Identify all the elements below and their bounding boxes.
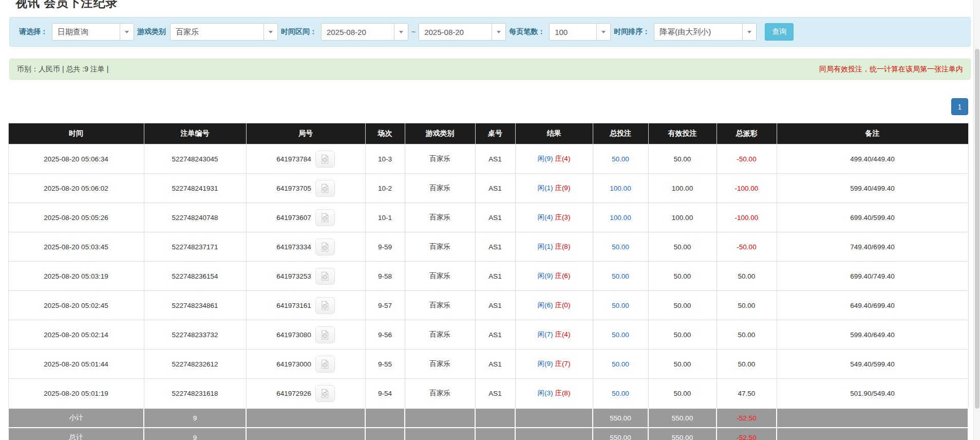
cell-total-bet[interactable]: 50.00: [593, 379, 648, 409]
video-replay-button[interactable]: [315, 326, 335, 343]
video-replay-button[interactable]: [315, 297, 335, 314]
video-replay-button[interactable]: [315, 268, 335, 285]
cell-table-no: AS1: [475, 262, 515, 291]
table-row: 2025-08-20 05:05:26 522748240748 6419736…: [8, 203, 968, 232]
cell-session: 10-1: [365, 203, 405, 232]
round-id-text: 641973334: [276, 243, 311, 251]
cell-session: 9-54: [365, 379, 405, 409]
cell-bet-id: 522748231618: [144, 379, 246, 409]
search-button[interactable]: 查询: [765, 23, 794, 41]
summary-empty-cell: [246, 428, 365, 440]
pagination: 1: [0, 98, 968, 115]
cell-game-type: 百家乐: [405, 320, 475, 350]
cell-bet-id: 522748233732: [144, 320, 246, 350]
cell-total-bet[interactable]: 100.00: [593, 174, 648, 203]
date-to-value: 2025-08-20: [419, 24, 492, 40]
cell-payout: 50.00: [717, 350, 777, 379]
cell-valid-bet: 50.00: [648, 350, 717, 379]
cell-remark: 699.40/599.40: [777, 203, 968, 232]
round-id-text: 641973784: [276, 155, 311, 163]
video-replay-button[interactable]: [315, 151, 335, 168]
round-id-text: 641973705: [276, 185, 311, 192]
summary-empty-cell: [515, 428, 593, 440]
result-player: 闲(9): [538, 155, 553, 162]
per-page-caret-box: [596, 24, 610, 40]
time-sort-select[interactable]: 降幂(由大到小): [654, 23, 757, 41]
cell-payout: -100.00: [717, 203, 777, 232]
cell-payout: 50.00: [717, 320, 777, 350]
cell-bet-id: 522748240748: [144, 203, 246, 232]
header-payout: 总派彩: [717, 123, 777, 144]
cell-result: 闲(4) 庄(3): [515, 203, 593, 232]
cell-valid-bet: 50.00: [648, 291, 717, 320]
table-row: 2025-08-20 05:06:34 522748243045 6419737…: [8, 144, 968, 174]
scrollbar-thumb[interactable]: [975, 49, 979, 409]
video-replay-button[interactable]: [315, 385, 335, 402]
cell-payout: -100.00: [717, 174, 777, 203]
per-page-select[interactable]: 100: [549, 23, 611, 41]
video-replay-button[interactable]: [315, 356, 335, 373]
cell-remark: 549.40/599.40: [777, 350, 968, 379]
cell-total-bet[interactable]: 50.00: [593, 291, 648, 320]
header-game-type: 游戏类别: [405, 123, 475, 144]
subtotal-label: 小计: [8, 408, 144, 428]
table-row: 2025-08-20 05:03:19 522748236154 6419732…: [8, 262, 968, 291]
date-range-tilde: ~: [411, 28, 416, 36]
cell-time: 2025-08-20 05:01:44: [8, 350, 144, 379]
result-player: 闲(6): [538, 301, 553, 309]
cell-payout: -50.00: [717, 232, 777, 262]
cell-bet-id: 522748236154: [144, 262, 246, 291]
date-to-picker[interactable]: 2025-08-20: [419, 23, 506, 41]
cell-total-bet[interactable]: 50.00: [593, 320, 648, 350]
round-id-text: 641972926: [276, 390, 311, 397]
summary-empty-cell: [475, 428, 515, 440]
cell-result: 闲(9) 庄(4): [515, 144, 593, 174]
game-type-select[interactable]: 百家乐: [170, 23, 278, 41]
info-bar: 币别：人民币 | 总共 :9 注单 | 同局有效投注，统一计算在该局第一张注单内: [9, 59, 971, 80]
query-mode-select[interactable]: 日期查询: [52, 23, 134, 41]
cell-time: 2025-08-20 05:02:45: [8, 291, 144, 320]
video-file-icon: [319, 212, 330, 223]
result-player: 闲(1): [538, 243, 553, 250]
time-sort-caret-box: [742, 24, 756, 40]
cell-round-id: 641973705: [246, 174, 365, 203]
cell-total-bet[interactable]: 50.00: [593, 144, 648, 174]
grand-total-total-bet: 550.00: [593, 428, 648, 440]
vertical-scrollbar[interactable]: [973, 0, 980, 440]
video-file-icon: [319, 388, 330, 399]
video-replay-button[interactable]: [315, 209, 335, 226]
table-header: 时间 注单编号 局号 场次 游戏类别 桌号 结果 总投注 有效投注 总派彩 备注: [8, 123, 968, 144]
date-from-picker[interactable]: 2025-08-20: [321, 23, 408, 41]
page-button-1[interactable]: 1: [951, 98, 968, 115]
query-mode-caret-box: [120, 24, 134, 40]
result-banker: 庄(0): [555, 301, 570, 309]
cell-remark: 501.90/549.40: [777, 379, 968, 409]
video-replay-button[interactable]: [315, 239, 335, 255]
query-mode-value: 日期查询: [52, 24, 120, 40]
chevron-down-icon: [269, 31, 273, 33]
cell-valid-bet: 50.00: [648, 144, 717, 174]
result-banker: 庄(6): [555, 272, 570, 280]
table-row: 2025-08-20 05:06:02 522748241931 6419737…: [8, 174, 968, 203]
per-page-value: 100: [550, 24, 596, 40]
cell-total-bet[interactable]: 50.00: [593, 350, 648, 379]
cell-game-type: 百家乐: [405, 379, 475, 409]
video-replay-button[interactable]: [315, 180, 335, 197]
cell-game-type: 百家乐: [405, 291, 475, 320]
cell-bet-id: 522748232612: [144, 350, 246, 379]
cell-total-bet[interactable]: 50.00: [593, 262, 648, 291]
table-summary: 小计 9 550.00 550.00 -52.50 总计 9 550.00 55…: [8, 408, 968, 440]
table-row: 2025-08-20 05:03:45 522748237171 6419733…: [8, 232, 968, 262]
cell-round-id: 641973784: [246, 144, 365, 174]
cell-remark: 749.40/699.40: [777, 232, 968, 262]
cell-round-id: 641973161: [246, 291, 365, 320]
cell-session: 9-57: [365, 291, 405, 320]
page-title: 视讯 会员下注纪录: [15, 0, 980, 10]
date-from-value: 2025-08-20: [322, 24, 394, 40]
video-file-icon: [319, 154, 330, 164]
cell-total-bet[interactable]: 100.00: [593, 203, 648, 232]
table-row: 2025-08-20 05:01:19 522748231618 6419729…: [8, 379, 968, 409]
grand-total-valid-bet: 550.00: [648, 428, 717, 440]
currency-summary-text: 币别：人民币 | 总共 :9 注单 |: [17, 65, 108, 74]
cell-total-bet[interactable]: 50.00: [593, 232, 648, 262]
